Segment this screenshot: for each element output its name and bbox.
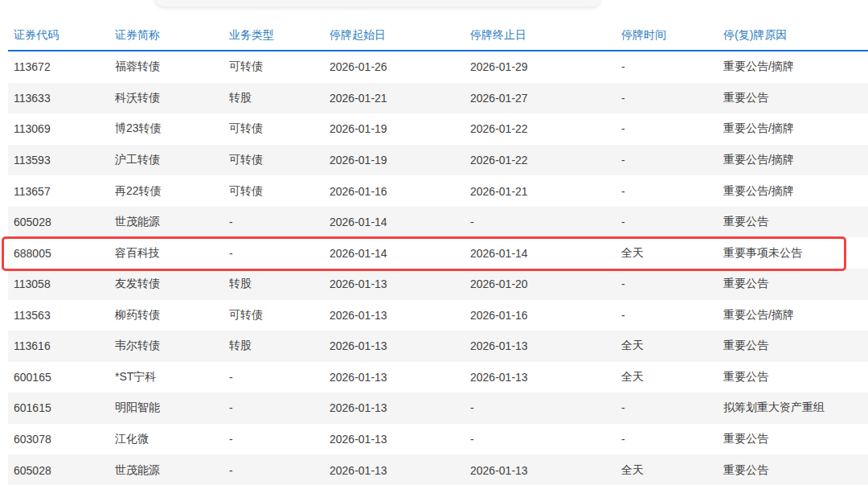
cell-name: 江化微 <box>115 432 229 446</box>
cell-end_date: 2026-01-21 <box>470 185 621 198</box>
cell-start_date: 2026-01-14 <box>330 247 470 260</box>
cell-halt_time: - <box>621 216 723 228</box>
table-row: 113672福蓉转债可转债2026-01-262026-01-29-重要公告/摘… <box>8 51 868 83</box>
cell-biz_type: 转股 <box>229 91 330 105</box>
table-header: 证券代码 证券简称 业务类型 停牌起始日 停牌终止日 停牌时间 停(复)牌原因 <box>8 0 868 51</box>
table-row: 113563柳药转债可转债2026-01-132026-01-16-重要公告/摘… <box>8 300 868 331</box>
cell-biz_type: - <box>229 464 330 477</box>
cell-end_date: - <box>470 401 621 414</box>
cell-reason: 重要公告 <box>723 463 868 478</box>
cell-halt_time: - <box>621 309 723 322</box>
cell-code: 113069 <box>8 122 115 135</box>
cell-start_date: 2026-01-13 <box>330 339 470 352</box>
col-header-code: 证券代码 <box>8 28 115 43</box>
cell-code: 603078 <box>8 433 115 446</box>
cell-halt_time: 全天 <box>621 370 723 384</box>
cell-biz_type: 转股 <box>229 339 330 353</box>
cell-reason: 重要公告 <box>723 370 868 384</box>
table-row: 113633科沃转债转股2026-01-212026-01-27-重要公告 <box>8 83 868 114</box>
cell-name: 再22转债 <box>115 184 229 199</box>
cell-end_date: 2026-01-14 <box>470 247 621 260</box>
cell-biz_type: - <box>229 247 330 260</box>
cell-end_date: - <box>470 433 621 446</box>
col-header-reason: 停(复)牌原因 <box>723 28 868 43</box>
cell-biz_type: 可转债 <box>229 308 330 323</box>
cell-start_date: 2026-01-21 <box>330 92 470 105</box>
cell-end_date: 2026-01-13 <box>470 464 621 477</box>
cell-reason: 重要公告 <box>723 215 868 229</box>
cell-code: 688005 <box>8 247 115 260</box>
cell-code: 113616 <box>8 339 115 352</box>
cell-name: 韦尔转债 <box>115 339 229 353</box>
cell-code: 601615 <box>8 401 115 414</box>
cell-reason: 重要公告 <box>723 277 868 291</box>
cell-halt_time: - <box>621 401 723 414</box>
col-header-start-date: 停牌起始日 <box>330 28 470 43</box>
cell-end_date: 2026-01-13 <box>470 371 621 384</box>
cell-halt_time: 全天 <box>621 463 723 478</box>
cell-start_date: 2026-01-13 <box>330 433 470 446</box>
cell-biz_type: 可转债 <box>229 184 330 199</box>
cell-halt_time: - <box>621 433 723 446</box>
cell-name: 世茂能源 <box>115 463 229 478</box>
cell-halt_time: 全天 <box>621 246 723 261</box>
cell-code: 113672 <box>8 60 115 73</box>
cell-reason: 重要公告/摘牌 <box>723 153 868 167</box>
cell-end_date: 2026-01-29 <box>470 60 621 73</box>
cell-code: 605028 <box>8 216 115 228</box>
cell-start_date: 2026-01-16 <box>330 185 470 198</box>
cell-halt_time: - <box>621 122 723 135</box>
table-row: 603078江化微-2026-01-13--重要公告 <box>8 424 868 455</box>
cell-reason: 重要事项未公告 <box>723 246 868 261</box>
cell-end_date: - <box>470 216 621 228</box>
cell-code: 113563 <box>8 309 115 322</box>
cell-biz_type: 可转债 <box>229 60 330 74</box>
table-row: 600165*ST宁科-2026-01-132026-01-13全天重要公告 <box>8 362 868 393</box>
cell-name: 福蓉转债 <box>115 60 229 74</box>
cell-start_date: 2026-01-13 <box>330 401 470 414</box>
table-row: 688005容百科技-2026-01-142026-01-14全天重要事项未公告 <box>8 237 868 269</box>
cell-name: *ST宁科 <box>115 370 229 384</box>
cell-name: 明阳智能 <box>115 401 229 415</box>
cell-reason: 重要公告/摘牌 <box>723 308 868 323</box>
table-row: 113069博23转债可转债2026-01-192026-01-22-重要公告/… <box>8 113 868 145</box>
table-row: 113616韦尔转债转股2026-01-132026-01-13全天重要公告 <box>8 331 868 362</box>
cell-end_date: 2026-01-20 <box>470 277 621 290</box>
table-row: 605028世茂能源-2026-01-132026-01-13全天重要公告 <box>8 454 868 485</box>
col-header-halt-time: 停牌时间 <box>621 28 723 43</box>
cell-code: 600165 <box>8 371 115 384</box>
table-row: 113058友发转债转股2026-01-132026-01-20-重要公告 <box>8 269 868 300</box>
cell-halt_time: - <box>621 185 723 198</box>
cell-end_date: 2026-01-22 <box>470 154 621 166</box>
cell-end_date: 2026-01-16 <box>470 309 621 322</box>
cell-reason: 重要公告 <box>723 91 868 105</box>
cell-halt_time: 全天 <box>621 339 723 353</box>
cell-biz_type: 可转债 <box>229 153 330 167</box>
cell-biz_type: 可转债 <box>229 121 330 136</box>
cell-code: 113657 <box>8 185 115 198</box>
cell-name: 世茂能源 <box>115 215 229 229</box>
cell-name: 沪工转债 <box>115 153 229 167</box>
cell-name: 容百科技 <box>115 246 229 261</box>
cell-reason: 重要公告 <box>723 339 868 353</box>
suspension-table: 证券代码 证券简称 业务类型 停牌起始日 停牌终止日 停牌时间 停(复)牌原因 … <box>8 0 868 485</box>
cell-start_date: 2026-01-19 <box>330 154 470 166</box>
cell-code: 113593 <box>8 154 115 166</box>
col-header-name: 证券简称 <box>115 28 229 43</box>
cell-start_date: 2026-01-19 <box>330 122 470 135</box>
table-row: 601615明阳智能-2026-01-13--拟筹划重大资产重组 <box>8 393 868 424</box>
cell-reason: 重要公告/摘牌 <box>723 121 868 136</box>
cell-start_date: 2026-01-14 <box>330 216 470 228</box>
cell-biz_type: - <box>229 216 330 228</box>
cell-halt_time: - <box>621 60 723 73</box>
cell-biz_type: - <box>229 433 330 446</box>
table-row: 113593沪工转债可转债2026-01-192026-01-22-重要公告/摘… <box>8 145 868 176</box>
cell-biz_type: 转股 <box>229 277 330 291</box>
cell-halt_time: - <box>621 92 723 105</box>
cell-name: 博23转债 <box>115 121 229 136</box>
cell-end_date: 2026-01-27 <box>470 92 621 105</box>
table-row: 113657再22转债可转债2026-01-162026-01-21-重要公告/… <box>8 175 868 207</box>
cell-reason: 重要公告/摘牌 <box>723 184 868 199</box>
col-header-end-date: 停牌终止日 <box>470 28 621 43</box>
cell-reason: 重要公告 <box>723 432 868 446</box>
